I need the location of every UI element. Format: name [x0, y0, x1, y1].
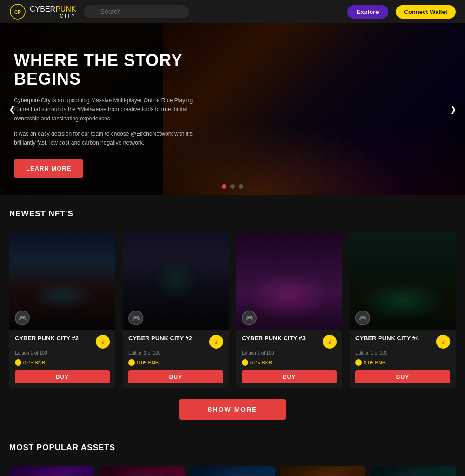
search-wrapper: 🔍: [84, 5, 208, 18]
hero-content: WHERE THE STORY BEGINS CyberpunkCity is …: [14, 51, 209, 178]
nft-info-4: CYBER PUNK CITY #4 💰 Edition 1 of 100 0.…: [350, 330, 456, 388]
nft-price-2: 0.05 BNB: [128, 359, 223, 366]
navbar: CP CYBER PUNK CITY 🔍 Explore Connect Wal…: [0, 0, 465, 23]
buy-button-2[interactable]: BUY: [128, 370, 223, 383]
nft-card-2: 🎮 CYBER PUNK CITY #2 💰 Edition 1 of 100 …: [123, 232, 229, 388]
nft-price-3: 0.05 BNB: [242, 359, 337, 366]
nft-info-1: CYBER PUNK CITY #2 💰 Edition 1 of 100 0.…: [9, 330, 115, 388]
hero-dot-1[interactable]: [222, 184, 226, 189]
nft-edition-1: Edition 1 of 100: [15, 350, 110, 356]
nft-image-4: 🎮: [350, 232, 456, 330]
nft-avatar-4: 🎮: [355, 311, 370, 325]
price-coin-3: [242, 359, 248, 366]
popular-card-1[interactable]: [9, 466, 94, 476]
hero-dot-2[interactable]: [230, 184, 235, 189]
nft-card-3: 🎮 CYBER PUNK CITY #3 💰 Edition 1 of 100 …: [236, 232, 342, 388]
nft-token-icon-3: 💰: [323, 335, 337, 349]
learn-more-button[interactable]: LEARN MORE: [14, 159, 83, 178]
nft-image-3: 🎮: [236, 232, 342, 330]
nft-info-2: CYBER PUNK CITY #2 💰 Edition 1 of 100 0.…: [123, 330, 229, 388]
nft-price-4: 0.05 BNB: [355, 359, 450, 366]
logo-city: CITY: [30, 13, 76, 19]
nft-edition-3: Edition 1 of 100: [242, 350, 337, 356]
nft-card-1: 🎮 CYBER PUNK CITY #2 💰 Edition 1 of 100 …: [9, 232, 115, 388]
hero-arrow-right[interactable]: ❯: [445, 101, 461, 118]
hero-desc-1: CyberpunkCity is an upcoming Massive Mul…: [14, 96, 209, 123]
popular-grid: [0, 466, 465, 476]
nft-edition-4: Edition 1 of 100: [355, 350, 450, 356]
connect-wallet-button[interactable]: Connect Wallet: [396, 5, 456, 19]
nft-name-4: CYBER PUNK CITY #4: [355, 335, 419, 342]
search-input[interactable]: [84, 5, 189, 18]
logo-punk: PUNK: [55, 5, 76, 13]
hero-section: WHERE THE STORY BEGINS CyberpunkCity is …: [0, 23, 465, 195]
price-coin-1: [15, 359, 21, 366]
nft-name-3: CYBER PUNK CITY #3: [242, 335, 306, 342]
popular-section: MOST POPULAR ASSETS: [0, 429, 465, 466]
popular-card-3[interactable]: [190, 466, 275, 476]
show-more-wrapper: SHOW MORE: [0, 388, 465, 429]
hero-desc-2: It was an easy decision for our team to …: [14, 130, 209, 147]
svg-text:CP: CP: [14, 10, 21, 15]
buy-button-3[interactable]: BUY: [242, 370, 337, 383]
price-coin-2: [128, 359, 135, 366]
explore-button[interactable]: Explore: [347, 5, 388, 19]
newest-nfts-title: NEWEST NFT'S: [9, 209, 456, 218]
nft-price-1: 0.05 BNB: [15, 359, 110, 366]
hero-dot-3[interactable]: [239, 184, 243, 189]
buy-button-1[interactable]: BUY: [15, 370, 110, 383]
nft-name-1: CYBER PUNK CITY #2: [15, 335, 79, 342]
popular-card-5[interactable]: [371, 466, 456, 476]
nft-info-3: CYBER PUNK CITY #3 💰 Edition 1 of 100 0.…: [236, 330, 342, 388]
nft-image-1: 🎮: [9, 232, 115, 330]
popular-card-2[interactable]: [100, 466, 184, 476]
logo-text-wrapper: CYBER PUNK CITY: [30, 5, 76, 19]
nft-edition-2: Edition 1 of 100: [128, 350, 223, 356]
logo-cyber: CYBER: [30, 5, 55, 13]
nft-token-icon-1: 💰: [96, 335, 110, 349]
popular-title: MOST POPULAR ASSETS: [9, 443, 456, 452]
nft-image-2: 🎮: [123, 232, 229, 330]
nft-grid: 🎮 CYBER PUNK CITY #2 💰 Edition 1 of 100 …: [0, 232, 465, 388]
nft-name-2: CYBER PUNK CITY #2: [128, 335, 192, 342]
nft-avatar-3: 🎮: [242, 311, 257, 325]
newest-nfts-section: NEWEST NFT'S: [0, 195, 465, 232]
nft-card-4: 🎮 CYBER PUNK CITY #4 💰 Edition 1 of 100 …: [350, 232, 456, 388]
price-coin-4: [355, 359, 362, 366]
logo: CP CYBER PUNK CITY: [9, 3, 76, 20]
nft-token-icon-4: 💰: [436, 335, 450, 349]
popular-card-4[interactable]: [280, 466, 365, 476]
hero-dots: [222, 184, 243, 189]
nft-token-icon-2: 💰: [209, 335, 223, 349]
show-more-button[interactable]: SHOW MORE: [179, 399, 285, 420]
logo-icon: CP: [9, 3, 26, 20]
buy-button-4[interactable]: BUY: [355, 370, 450, 383]
hero-arrow-left[interactable]: ❮: [4, 101, 20, 118]
nft-avatar-1: 🎮: [15, 311, 30, 325]
nft-avatar-2: 🎮: [128, 311, 143, 325]
hero-title: WHERE THE STORY BEGINS: [14, 51, 209, 88]
